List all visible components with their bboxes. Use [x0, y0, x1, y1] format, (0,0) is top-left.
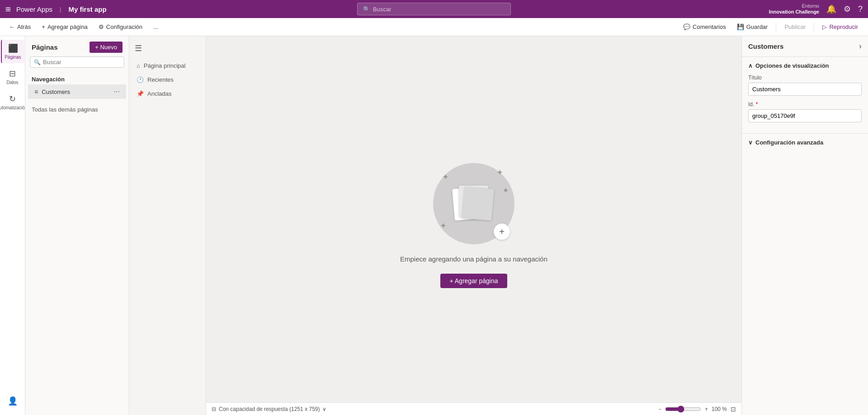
right-panel-title: Customers: [748, 42, 783, 50]
help-icon[interactable]: ?: [858, 5, 863, 14]
canvas-icon-circle: ✦ ✦ ✦ ✦ +: [433, 163, 514, 244]
zoom-minus[interactable]: −: [658, 406, 661, 412]
title-field-label: Título: [748, 75, 862, 81]
add-page-button[interactable]: + Agregar página: [38, 22, 91, 32]
pages-label: Páginas: [5, 55, 21, 60]
sidebar-item-pages[interactable]: ⬛ Páginas: [1, 40, 24, 63]
apps-icon[interactable]: ⊞: [5, 5, 11, 13]
publish-button[interactable]: Publicar: [780, 22, 810, 32]
nav-item-customers[interactable]: ≡ Customers ···: [28, 84, 126, 99]
visualization-section: ∧ Opciones de visualización Título Id. *: [742, 57, 868, 133]
sparkle-1: ✦: [442, 172, 449, 182]
nav-recent[interactable]: 🕐 Recientes: [129, 73, 206, 87]
automation-icon: ↻: [9, 94, 16, 104]
toolbar-divider: [776, 23, 776, 32]
responsive-icon: ⊟: [212, 406, 216, 412]
play-label: Reproducir: [829, 23, 858, 30]
main-canvas: ✦ ✦ ✦ ✦ + Empiece agregando una página a…: [206, 36, 741, 415]
env-label: Entorno: [802, 3, 819, 9]
save-icon: 💾: [737, 23, 744, 30]
environment-info: Entorno Innovation Challenge: [769, 3, 819, 15]
required-star: *: [756, 101, 758, 107]
back-label: Atrás: [17, 23, 31, 30]
sidebar-item-data[interactable]: ⊟ Datos: [1, 65, 24, 89]
save-label: Guardar: [746, 23, 768, 30]
config-button[interactable]: ⚙ Configuración: [95, 22, 146, 32]
right-panel: Customers › ∧ Opciones de visualización …: [741, 36, 868, 415]
status-bar-right: − + 100 % ⊡: [658, 406, 736, 413]
advanced-chevron-icon: ∨: [748, 139, 753, 146]
search-input[interactable]: [373, 6, 505, 13]
sparkle-3: ✦: [440, 221, 447, 231]
comment-icon: 💬: [683, 23, 690, 30]
settings-icon[interactable]: ⚙: [844, 4, 851, 14]
back-button[interactable]: ← Atrás: [5, 22, 34, 32]
toolbar-divider-2: [814, 23, 814, 32]
pages-search-input[interactable]: [43, 59, 120, 65]
topbar-separator: |: [60, 6, 61, 13]
fit-icon[interactable]: ⊡: [731, 406, 736, 413]
list-icon: ≡: [34, 88, 38, 95]
config-label: Configuración: [106, 23, 142, 30]
title-field-input[interactable]: [748, 83, 862, 96]
footer-text: Todas las demás páginas: [32, 106, 98, 113]
zoom-value: 100 %: [712, 406, 727, 412]
automation-label: Automatizació...: [0, 105, 28, 110]
hamburger-menu[interactable]: ☰: [129, 42, 206, 55]
add-page-label: Agregar página: [47, 23, 88, 30]
navigation-section-title: Navegación: [25, 72, 129, 84]
sidebar-item-automation[interactable]: ↻ Automatizació...: [1, 90, 24, 114]
home-icon: ⌂: [137, 62, 140, 69]
viz-section-label: Opciones de visualización: [755, 62, 829, 69]
pages-panel-title: Páginas: [32, 43, 58, 51]
sparkle-2: ✦: [496, 168, 503, 177]
page-card-front: [462, 187, 494, 220]
toolbar-right: 💬 Comentarios 💾 Guardar Publicar ▷ Repro…: [679, 22, 863, 32]
id-field-input[interactable]: [748, 109, 862, 122]
viz-section-header[interactable]: ∧ Opciones de visualización: [748, 62, 862, 69]
recent-label: Recientes: [147, 76, 174, 83]
id-field-label: Id. *: [748, 101, 862, 107]
canvas-add-page-button[interactable]: + Agregar página: [440, 274, 507, 288]
global-search[interactable]: 🔍: [357, 3, 511, 15]
clock-icon: 🕐: [137, 76, 144, 83]
advanced-section: ∨ Configuración avanzada: [742, 133, 868, 151]
new-page-button[interactable]: + Nuevo: [90, 42, 123, 53]
responsive-label: Con capacidad de respuesta (1251 x 759): [219, 406, 320, 412]
left-sidebar: ⬛ Páginas ⊟ Datos ↻ Automatizació... 👤: [0, 36, 25, 415]
brand-name: Power Apps: [16, 5, 52, 13]
save-button[interactable]: 💾 Guardar: [732, 22, 773, 32]
back-arrow-icon: ←: [9, 23, 15, 30]
id-field: Id. *: [748, 101, 862, 128]
right-panel-close-button[interactable]: ›: [859, 42, 862, 51]
play-icon: ▷: [822, 23, 827, 30]
notification-bell[interactable]: 🔔: [826, 4, 836, 14]
search-icon: 🔍: [363, 6, 370, 13]
customers-more-button[interactable]: ···: [114, 88, 120, 96]
data-label: Datos: [6, 80, 18, 85]
pages-search[interactable]: 🔍: [30, 56, 124, 68]
play-button[interactable]: ▷ Reproducir: [818, 22, 863, 32]
nav-panel: ☰ ⌂ Página principal 🕐 Recientes 📌 Ancla…: [129, 36, 206, 415]
nav-item-label: Customers: [42, 89, 70, 95]
zoom-plus[interactable]: +: [705, 406, 708, 412]
comments-button[interactable]: 💬 Comentarios: [679, 22, 731, 32]
sidebar-item-user[interactable]: 👤: [1, 392, 24, 410]
pages-panel: Páginas + Nuevo 🔍 Navegación ≡ Customers…: [25, 36, 129, 415]
viz-chevron-icon: ∧: [748, 62, 753, 69]
home-label: Página principal: [144, 62, 186, 69]
sparkle-4: ✦: [502, 186, 509, 196]
topbar: ⊞ Power Apps | My first app 🔍 Entorno In…: [0, 0, 868, 18]
advanced-section-header[interactable]: ∨ Configuración avanzada: [748, 139, 862, 146]
app-name: My first app: [68, 5, 106, 13]
nav-home[interactable]: ⌂ Página principal: [129, 59, 206, 73]
zoom-slider[interactable]: [665, 406, 701, 413]
nav-pinned[interactable]: 📌 Ancladas: [129, 87, 206, 101]
chevron-down-icon[interactable]: ∨: [322, 406, 326, 412]
pin-icon: 📌: [137, 90, 144, 97]
right-panel-header: Customers ›: [742, 36, 868, 57]
toolbar: ← Atrás + Agregar página ⚙ Configuración…: [0, 18, 868, 36]
pages-footer: Todas las demás páginas: [25, 101, 129, 118]
data-icon: ⊟: [9, 69, 16, 79]
more-button[interactable]: ...: [150, 22, 162, 32]
